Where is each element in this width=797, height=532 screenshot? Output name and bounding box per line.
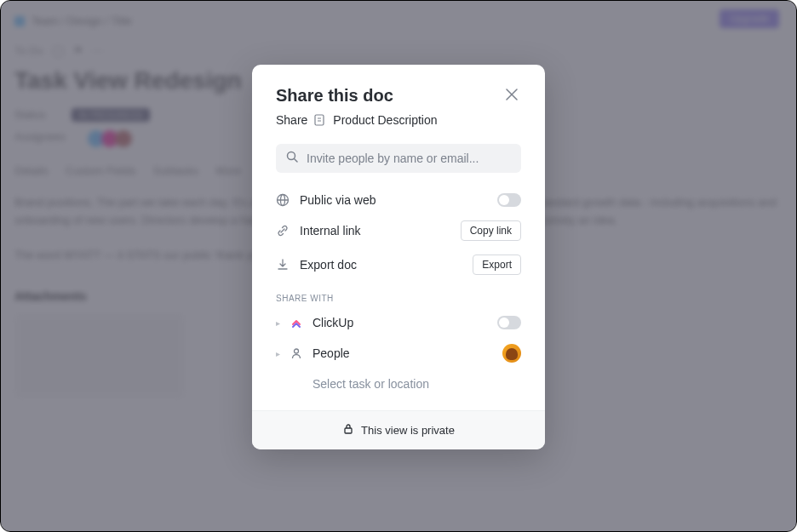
copy-link-button[interactable]: Copy link	[461, 220, 521, 241]
lock-icon	[342, 423, 354, 438]
privacy-status: This view is private	[361, 424, 455, 437]
document-icon	[314, 114, 326, 126]
share-modal: Share this doc Share Product Description	[252, 65, 545, 449]
export-button[interactable]: Export	[473, 255, 521, 275]
avatar	[502, 344, 521, 363]
select-task-label: Select task or location	[312, 377, 521, 391]
share-with-header: SHARE WITH	[252, 282, 545, 308]
invite-search[interactable]	[276, 144, 521, 173]
share-select-task-row[interactable]: ▸ Select task or location	[252, 369, 545, 398]
clickup-icon	[289, 315, 304, 330]
link-icon	[276, 224, 290, 237]
internal-link-row: Internal link Copy link	[252, 214, 545, 248]
share-clickup-row[interactable]: ▸ ClickUp	[252, 308, 545, 337]
export-doc-row: Export doc Export	[252, 248, 545, 282]
person-icon	[289, 346, 304, 361]
public-web-row: Public via web	[252, 186, 545, 214]
public-web-toggle[interactable]	[497, 193, 521, 207]
chevron-right-icon: ▸	[276, 318, 280, 328]
svg-rect-9	[345, 428, 352, 433]
svg-line-4	[295, 159, 298, 163]
modal-title: Share this doc	[276, 86, 393, 106]
public-web-label: Public via web	[300, 193, 487, 207]
download-icon	[276, 258, 290, 272]
internal-link-label: Internal link	[300, 224, 450, 237]
globe-icon	[276, 193, 290, 207]
close-button[interactable]	[502, 85, 521, 106]
search-icon	[286, 151, 298, 166]
svg-rect-0	[315, 115, 324, 125]
modal-footer: This view is private	[252, 410, 545, 449]
svg-point-8	[295, 349, 299, 353]
close-icon	[506, 89, 518, 100]
export-doc-label: Export doc	[300, 258, 462, 272]
clickup-toggle[interactable]	[497, 316, 521, 329]
share-clickup-label: ClickUp	[312, 316, 489, 329]
share-people-label: People	[312, 346, 494, 360]
share-label: Share	[276, 113, 307, 127]
share-people-row[interactable]: ▸ People	[252, 337, 545, 369]
invite-input[interactable]	[307, 152, 511, 165]
doc-name: Product Description	[333, 113, 437, 127]
chevron-right-icon: ▸	[276, 349, 280, 358]
